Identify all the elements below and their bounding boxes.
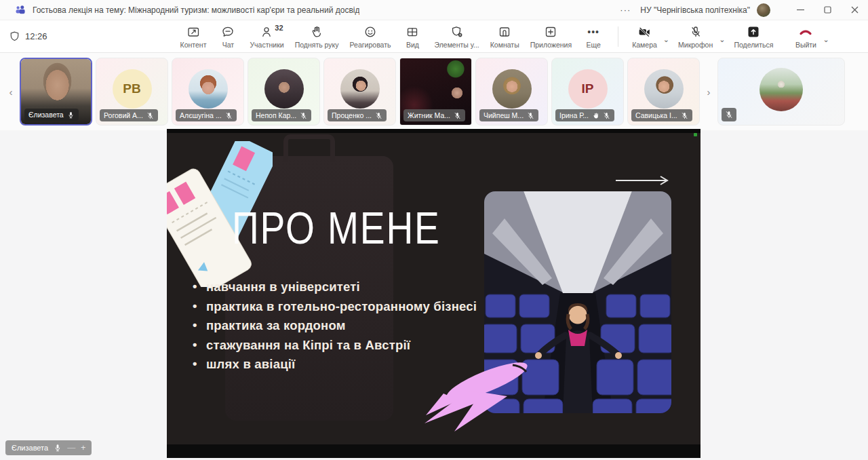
- add-app-icon: [543, 24, 558, 39]
- next-arrow-icon: [614, 175, 673, 186]
- live-indicator-dot: [694, 133, 697, 136]
- photo-avatar: [189, 69, 228, 109]
- participant-tile[interactable]: IP Ірина Р...: [551, 58, 624, 126]
- participant-tile[interactable]: Проценко ...: [323, 58, 396, 126]
- filmstrip-scroll-right-button[interactable]: ›: [703, 86, 714, 98]
- camera-options-chevron[interactable]: ⌄: [661, 34, 671, 45]
- mic-off-icon: [454, 112, 461, 119]
- participant-tile[interactable]: Алєшугіна ...: [172, 58, 244, 126]
- participant-name: Чийпеш М...: [484, 111, 524, 119]
- mic-button[interactable]: Микрофон: [674, 22, 717, 50]
- share-button[interactable]: Поделиться: [730, 22, 777, 50]
- view-button[interactable]: Вид: [397, 22, 427, 50]
- raise-hand-button[interactable]: Поднять руку: [291, 22, 343, 50]
- participant-name: Ірина Р...: [559, 111, 589, 119]
- slide-bullet: навчання в університеті: [191, 280, 477, 294]
- camera-off-icon: [637, 24, 652, 39]
- raise-hand-icon: [309, 24, 324, 39]
- initials-avatar: РВ: [113, 69, 152, 109]
- smiley-icon: [363, 24, 378, 39]
- slide-letterbox-top: [167, 129, 701, 133]
- filmstrip-scroll-left-button[interactable]: ‹: [5, 86, 16, 98]
- mic-off-icon: [300, 112, 307, 119]
- chat-button[interactable]: Чат: [213, 22, 243, 50]
- leave-button[interactable]: Выйти: [791, 22, 821, 50]
- teams-meeting-window: Гостьова лекція на тему: Міжнародний тур…: [0, 0, 868, 460]
- participants-button[interactable]: 32 Участники: [245, 22, 288, 50]
- slide-title: ПРО МЕНЕ: [232, 202, 441, 254]
- react-button[interactable]: Реагировать: [346, 22, 395, 50]
- title-bar: Гостьова лекція на тему: Міжнародний тур…: [0, 0, 868, 20]
- photo-avatar: [340, 69, 380, 109]
- presenter-name: Єлизавета: [12, 444, 48, 452]
- meeting-timer: 12:26: [9, 31, 47, 41]
- hangup-phone-icon: [798, 24, 813, 39]
- participants-count: 32: [275, 24, 283, 32]
- apps-button[interactable]: Приложения: [526, 22, 576, 50]
- presenter-overlay[interactable]: Єлизавета — +: [5, 440, 92, 455]
- participant-tile[interactable]: [717, 58, 845, 126]
- breakout-rooms-icon: [497, 24, 512, 39]
- zoom-in-button[interactable]: +: [81, 443, 85, 453]
- teams-logo-icon: [15, 5, 26, 16]
- participant-tile[interactable]: Савицька І...: [627, 58, 700, 126]
- mic-off-icon: [681, 112, 688, 119]
- participant-name: Роговий А...: [104, 111, 143, 119]
- zoom-out-button[interactable]: —: [67, 443, 75, 453]
- mic-off-icon: [688, 24, 703, 39]
- participant-name: Житник Ма...: [408, 111, 450, 119]
- photo-avatar: [644, 69, 684, 109]
- maximize-button[interactable]: [814, 0, 841, 20]
- titlebar-more-button[interactable]: ···: [620, 5, 631, 15]
- participant-name: Савицька І...: [635, 111, 677, 119]
- slide-letterbox-bottom: [167, 444, 701, 458]
- participant-tile[interactable]: РВ Роговий А...: [96, 58, 168, 126]
- shared-slide: ПРО МЕНЕ: [167, 129, 701, 458]
- slide-bullet: практика в готельно-ресторанному бізнесі: [191, 299, 477, 314]
- user-avatar[interactable]: [757, 3, 770, 17]
- pink-plane-illustration: [411, 353, 547, 436]
- meeting-elements-button[interactable]: Элементы у...: [430, 22, 483, 50]
- leave-options-chevron[interactable]: ⌄: [821, 34, 831, 45]
- meeting-toolbar: 12:26 Контент Чат 32 Участники: [0, 20, 868, 53]
- shield-gear-icon: [450, 24, 465, 39]
- chat-bubble-icon: [220, 24, 235, 39]
- mic-off-icon: [527, 112, 534, 119]
- org-account-label[interactable]: НУ "Чернігівська політехніка": [640, 5, 750, 15]
- camera-button[interactable]: Камера: [628, 22, 661, 50]
- rooms-button[interactable]: Комнаты: [486, 22, 524, 50]
- photo-avatar: [760, 68, 803, 111]
- content-button[interactable]: Контент: [176, 22, 211, 50]
- minimize-button[interactable]: [787, 0, 814, 20]
- raised-hand-icon: [592, 112, 599, 119]
- mic-options-chevron[interactable]: ⌄: [717, 34, 727, 45]
- participant-name: Проценко ...: [332, 111, 372, 119]
- participants-filmstrip: ‹ Єлизавета РВ Роговий А... Алєшугіна ..…: [0, 53, 868, 130]
- mic-off-icon: [603, 112, 610, 119]
- mic-on-icon: [67, 111, 75, 119]
- toolbar-divider: [618, 26, 618, 47]
- participant-name: Непоп Кар...: [256, 111, 296, 119]
- participant-tile[interactable]: Житник Ма...: [399, 58, 472, 126]
- slide-bullet: стажування на Кіпрі та в Австрії: [191, 338, 477, 353]
- slide-bullet: практика за кордоном: [191, 318, 477, 333]
- more-button[interactable]: ••• Еще: [578, 22, 608, 50]
- mic-off-icon: [225, 112, 233, 119]
- participant-tile[interactable]: Непоп Кар...: [248, 58, 320, 126]
- participant-tile[interactable]: Чийпеш М...: [475, 58, 548, 126]
- photo-avatar: [492, 69, 532, 109]
- participant-tile-speaking[interactable]: Єлизавета: [20, 58, 92, 126]
- mic-off-icon: [725, 111, 733, 119]
- mic-on-icon: [54, 444, 62, 452]
- share-screen-icon: [746, 24, 761, 39]
- participants-icon: 32: [260, 24, 275, 39]
- grid-view-icon: [405, 24, 420, 39]
- share-content-icon: [186, 24, 201, 39]
- photo-avatar: [264, 69, 304, 109]
- timer-value: 12:26: [25, 31, 47, 41]
- close-button[interactable]: [841, 0, 868, 20]
- shield-icon: [9, 31, 20, 41]
- shared-content-stage: ПРО МЕНЕ: [0, 130, 868, 460]
- participant-name: Єлизавета: [28, 111, 64, 119]
- mic-off-icon: [146, 112, 154, 119]
